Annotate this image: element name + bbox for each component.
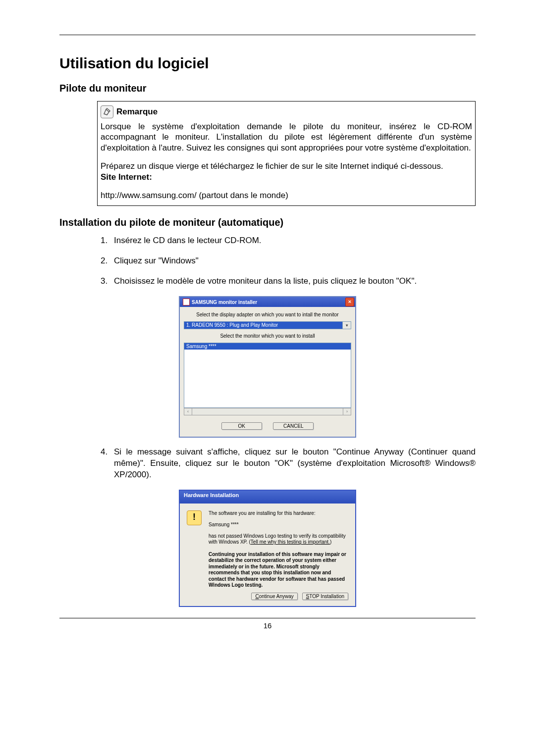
hw-link[interactable]: Tell me why this testing is important. xyxy=(251,539,330,545)
note-box: Remarque Lorsque le système d'exploitati… xyxy=(97,101,476,206)
installer-titlebar: SAMSUNG monitor installer × xyxy=(180,297,355,307)
step-1: Insérez le CD dans le lecteur CD-ROM. xyxy=(110,235,476,247)
hw-titlebar: Hardware Installation xyxy=(180,491,355,504)
display-adapter-select[interactable]: 1. RADEON 9550 : Plug and Play Monitor ▾ xyxy=(184,321,351,329)
note-header: Remarque xyxy=(101,105,472,118)
scroll-left-icon[interactable]: ‹ xyxy=(184,408,192,415)
note-url: http://www.samsung.com/ (partout dans le… xyxy=(101,190,472,201)
step-3: Choisissez le modèle de votre moniteur d… xyxy=(110,276,476,287)
rule-bottom xyxy=(59,618,476,618)
section-heading-driver: Pilote du moniteur xyxy=(59,83,476,94)
warning-icon xyxy=(187,510,202,525)
note-paragraph-2: Préparez un disque vierge et téléchargez… xyxy=(101,161,472,171)
note-icon xyxy=(101,105,113,118)
monitor-list[interactable]: Samsung **** xyxy=(184,343,351,408)
install-steps: Insérez le CD dans le lecteur CD-ROM. Cl… xyxy=(92,235,476,287)
continue-anyway-button[interactable]: Continue Anyway xyxy=(251,593,297,600)
close-icon[interactable]: × xyxy=(345,298,354,306)
section-heading-install: Installation du pilote de moniteur (auto… xyxy=(59,217,476,228)
page-title: Utilisation du logiciel xyxy=(59,55,476,72)
hw-body: The software you are installing for this… xyxy=(180,504,355,593)
hscrollbar[interactable]: ‹ › xyxy=(184,408,351,415)
ok-button[interactable]: OK xyxy=(221,422,262,430)
hw-line-1: The software you are installing for this… xyxy=(209,510,348,516)
hw-bold-warning: Continuing your installation of this sof… xyxy=(209,552,348,589)
manual-page: Utilisation du logiciel Pilote du monite… xyxy=(0,0,535,756)
page-number: 16 xyxy=(59,621,476,630)
hw-device: Samsung **** xyxy=(209,522,348,527)
step-2: Cliquez sur "Windows" xyxy=(110,255,476,267)
hw-buttons: Continue Anyway STOP Installation xyxy=(180,593,355,606)
rule-top xyxy=(59,35,476,35)
install-steps-continued: Si le message suivant s'affiche, cliquez… xyxy=(92,447,476,481)
installer-title: SAMSUNG monitor installer xyxy=(192,300,345,305)
installer-body: Select the display adapter on which you … xyxy=(180,307,355,437)
hw-text: The software you are installing for this… xyxy=(209,510,348,589)
installer-instruction-top: Select the display adapter on which you … xyxy=(180,307,355,321)
hscrollbar-track[interactable] xyxy=(192,408,343,415)
cancel-button[interactable]: CANCEL xyxy=(273,422,314,430)
note-site-label: Site Internet: xyxy=(101,172,472,182)
note-title: Remarque xyxy=(116,107,158,117)
stop-installation-button[interactable]: STOP Installation xyxy=(302,593,348,600)
installer-buttons: OK CANCEL xyxy=(180,415,355,433)
monitor-list-selected[interactable]: Samsung **** xyxy=(184,343,351,350)
installer-instruction-mid: Select the monitor which you want to ins… xyxy=(180,329,355,343)
hw-logo-testing: has not passed Windows Logo testing to v… xyxy=(209,533,348,546)
installer-dialog: SAMSUNG monitor installer × Select the d… xyxy=(179,296,356,438)
installer-title-icon xyxy=(183,299,190,305)
display-adapter-value: 1. RADEON 9550 : Plug and Play Monitor xyxy=(184,321,343,329)
hardware-installation-dialog: Hardware Installation The software you a… xyxy=(179,490,356,607)
scroll-right-icon[interactable]: › xyxy=(343,408,351,415)
note-paragraph-1: Lorsque le système d'exploitation demand… xyxy=(101,121,472,153)
hw-line2b: ) xyxy=(330,539,331,545)
chevron-down-icon[interactable]: ▾ xyxy=(343,321,351,329)
step-4: Si le message suivant s'affiche, cliquez… xyxy=(110,447,476,481)
